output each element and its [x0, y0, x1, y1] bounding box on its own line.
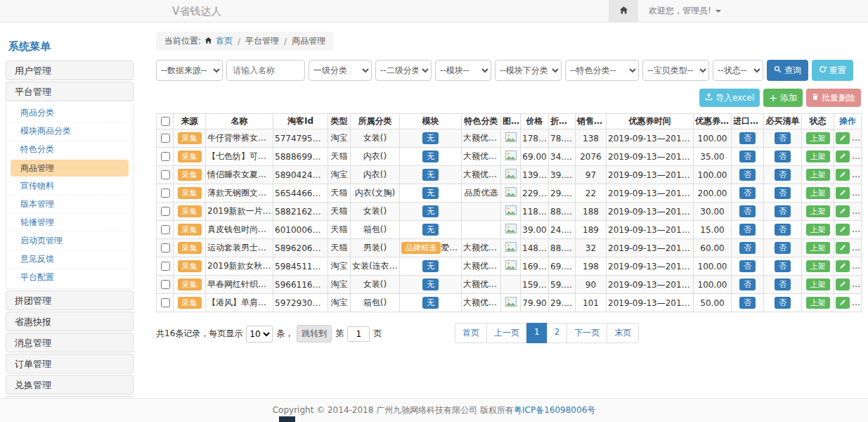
sidebar-item-启动页管理[interactable]: 启动页管理 — [6, 232, 133, 250]
status-toggle[interactable]: 上架 — [806, 205, 830, 217]
import-select-toggle[interactable]: 否 — [739, 242, 756, 254]
sidebar-group-订单管理[interactable]: 订单管理 — [6, 354, 134, 373]
jump-button[interactable]: 跳转到 — [297, 325, 332, 343]
status-toggle[interactable]: 上架 — [806, 242, 830, 254]
import-select-toggle[interactable]: 否 — [739, 224, 756, 236]
page-button-下一页[interactable]: 下一页 — [566, 323, 607, 343]
per-page-select[interactable]: 10 — [246, 326, 273, 343]
edit-button[interactable] — [836, 297, 850, 309]
must-buy-toggle[interactable]: 否 — [775, 260, 791, 272]
icp-link[interactable]: 粤ICP备16098006号 — [514, 405, 595, 415]
import-select-toggle[interactable]: 否 — [739, 260, 756, 272]
edit-button[interactable] — [836, 132, 850, 144]
status-toggle[interactable]: 上架 — [806, 169, 830, 181]
page-button-末页[interactable]: 末页 — [607, 323, 639, 343]
row-checkbox[interactable] — [161, 152, 170, 161]
status-toggle[interactable]: 上架 — [806, 187, 830, 199]
must-buy-toggle[interactable]: 否 — [775, 151, 791, 162]
reset-button[interactable]: 重置 — [812, 60, 853, 81]
filter-select-状态[interactable]: --状态-- — [713, 60, 763, 81]
edit-button[interactable] — [836, 260, 850, 272]
sidebar-group-平台管理[interactable]: 平台管理 — [6, 82, 134, 101]
page-button-首页[interactable]: 首页 — [455, 323, 487, 343]
import-select-toggle[interactable]: 否 — [739, 205, 756, 217]
filter-select-特色分类[interactable]: --特色分类-- — [565, 60, 639, 81]
must-buy-toggle[interactable]: 否 — [775, 187, 791, 199]
filter-select-一级分类[interactable]: 一级分类 — [309, 60, 372, 81]
row-checkbox[interactable] — [161, 207, 170, 216]
status-toggle[interactable]: 上架 — [806, 151, 830, 162]
row-checkbox[interactable] — [161, 225, 170, 234]
status-toggle[interactable]: 上架 — [806, 279, 830, 290]
row-checkbox[interactable] — [161, 188, 170, 198]
import-select-toggle[interactable]: 否 — [739, 151, 756, 162]
must-buy-toggle[interactable]: 否 — [775, 205, 791, 217]
edit-button[interactable] — [836, 224, 850, 236]
edit-button[interactable] — [836, 242, 850, 254]
sidebar-group-消息管理[interactable]: 消息管理 — [6, 333, 134, 352]
add-button[interactable]: + 添加 — [763, 89, 803, 107]
filter-select-二级分类[interactable]: --二级分类-- — [375, 60, 432, 81]
sidebar-item-平台配置[interactable]: 平台配置 — [6, 269, 133, 287]
status-toggle[interactable]: 上架 — [806, 297, 830, 309]
home-button[interactable] — [609, 0, 638, 22]
jump-page-input[interactable] — [347, 326, 370, 342]
user-menu[interactable]: 欢迎您，管理员! — [638, 0, 732, 22]
column-header-淘客Id: 淘客Id — [273, 114, 328, 129]
coupon-time: 2019-09-13—2019-09-17 — [607, 184, 694, 203]
edit-button[interactable] — [836, 187, 850, 199]
row-checkbox[interactable] — [161, 243, 170, 252]
page-button-1[interactable]: 1 — [526, 323, 548, 343]
sidebar-group-用户管理[interactable]: 用户管理 — [6, 60, 134, 80]
search-button[interactable]: 查询 — [767, 60, 808, 81]
sidebar-item-宣传物料[interactable]: 宣传物料 — [6, 177, 133, 196]
filter-select-模块[interactable]: --模块-- — [435, 60, 491, 81]
batch-delete-button[interactable]: 批量删除 — [806, 89, 861, 107]
row-checkbox[interactable] — [161, 262, 170, 271]
edit-button[interactable] — [836, 205, 850, 217]
sidebar-group-省惠快报[interactable]: 省惠快报 — [6, 312, 134, 331]
must-buy-toggle[interactable]: 否 — [775, 279, 791, 290]
page-button-2[interactable]: 2 — [547, 323, 568, 343]
breadcrumb-home-link[interactable]: 首页 — [216, 35, 233, 47]
filter-select-模块下分类[interactable]: --模块下分类-- — [495, 60, 562, 81]
row-checkbox[interactable] — [161, 280, 170, 289]
row-checkbox[interactable] — [161, 298, 170, 307]
sidebar-group-拼团管理[interactable]: 拼团管理 — [6, 290, 134, 310]
status-toggle[interactable]: 上架 — [806, 224, 830, 236]
import-select-toggle[interactable]: 否 — [739, 187, 756, 199]
must-buy-toggle[interactable]: 否 — [775, 132, 791, 144]
name-search-input[interactable] — [226, 60, 305, 81]
table-row: 采集情侣睡衣女夏丝绸男士...589042420344淘宝内衣()无大额优惠券1… — [157, 166, 862, 184]
import-select-toggle[interactable]: 否 — [739, 279, 756, 290]
row-checkbox[interactable] — [161, 170, 170, 179]
edit-button[interactable] — [836, 279, 850, 290]
sidebar-item-商品分类[interactable]: 商品分类 — [6, 104, 133, 122]
import-select-toggle[interactable]: 否 — [739, 169, 756, 181]
sidebar-item-轮播管理[interactable]: 轮播管理 — [6, 214, 133, 232]
import-select-toggle[interactable]: 否 — [739, 132, 756, 144]
must-buy-toggle[interactable]: 否 — [775, 297, 791, 309]
home-icon — [619, 6, 628, 17]
edit-button[interactable] — [836, 169, 850, 181]
row-checkbox[interactable] — [161, 134, 170, 143]
sidebar-group-兑换管理[interactable]: 兑换管理 — [6, 375, 134, 395]
status-toggle[interactable]: 上架 — [806, 132, 830, 144]
edit-button[interactable] — [836, 151, 850, 162]
import-select-toggle[interactable]: 否 — [739, 297, 756, 309]
must-buy-toggle[interactable]: 否 — [775, 242, 791, 254]
sidebar-item-意见反馈[interactable]: 意见反馈 — [6, 250, 133, 269]
data-source-select[interactable]: --数据来源-- — [156, 60, 223, 81]
status-toggle[interactable]: 上架 — [806, 260, 830, 272]
select-all-checkbox[interactable] — [161, 117, 170, 126]
import-excel-button[interactable]: 导入excel — [699, 89, 760, 107]
must-buy-toggle[interactable]: 否 — [775, 169, 791, 181]
sidebar-item-商品管理[interactable]: 商品管理 — [11, 160, 129, 177]
column-header-所属分类: 所属分类 — [351, 114, 400, 129]
must-buy-toggle[interactable]: 否 — [775, 224, 791, 236]
sidebar-item-模块商品分类[interactable]: 模块商品分类 — [6, 122, 133, 141]
sidebar-item-特色分类[interactable]: 特色分类 — [6, 141, 133, 159]
sidebar-item-版本管理[interactable]: 版本管理 — [6, 196, 133, 214]
page-button-上一页[interactable]: 上一页 — [486, 323, 527, 343]
filter-select-宝贝类型[interactable]: --宝贝类型-- — [642, 60, 709, 81]
